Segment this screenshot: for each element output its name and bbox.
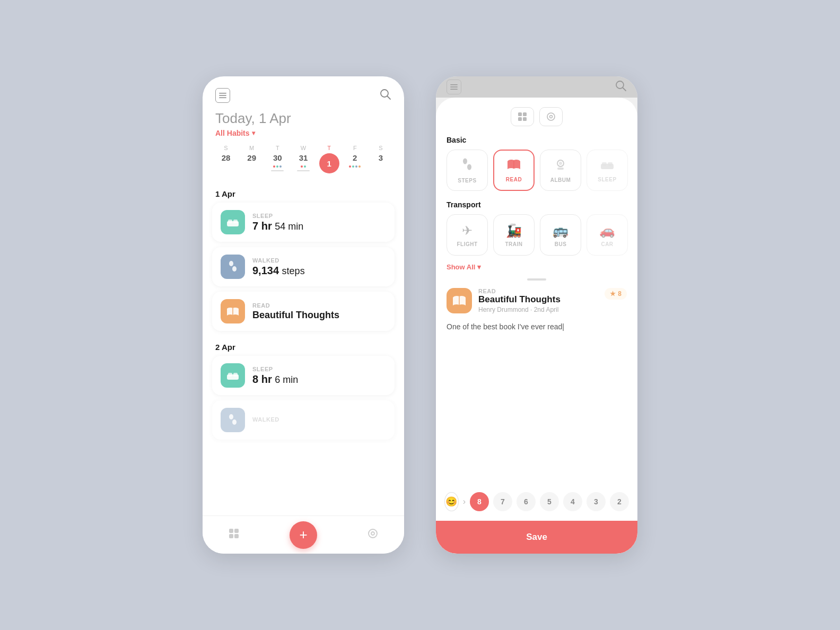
svg-rect-22 [450, 84, 458, 85]
rating-3[interactable]: 3 [587, 492, 606, 511]
habit-filter[interactable]: All Habits ▾ [203, 129, 404, 137]
read-card-1[interactable]: READ Beautiful Thoughts [212, 292, 395, 331]
grid-sleep[interactable]: SLEEP [587, 150, 628, 191]
svg-point-14 [229, 414, 233, 419]
show-all-button[interactable]: Show All ▾ [436, 263, 637, 278]
grid-nav-icon[interactable] [228, 527, 240, 543]
svg-rect-17 [234, 529, 239, 533]
rating-8[interactable]: 8 [470, 492, 489, 511]
svg-point-15 [232, 419, 237, 425]
svg-rect-40 [602, 162, 607, 166]
right-menu-icon[interactable] [447, 80, 461, 94]
svg-rect-30 [523, 117, 527, 121]
grid-train[interactable]: 🚂 TRAIN [493, 214, 535, 256]
sleep-icon [221, 210, 245, 234]
add-button[interactable]: + [290, 521, 317, 549]
cal-day-30[interactable]: T 30 [267, 145, 288, 179]
menu-icon[interactable] [215, 88, 230, 103]
svg-rect-23 [450, 86, 458, 88]
rating-4[interactable]: 4 [563, 492, 582, 511]
rating-5[interactable]: 5 [540, 492, 559, 511]
svg-rect-7 [233, 220, 238, 223]
steps-icon-2 [221, 408, 245, 432]
calendar-row: S 28 M 29 T 30 [203, 137, 404, 183]
flight-grid-icon: ✈ [462, 223, 472, 238]
rating-row: 😊 › 8 7 6 5 4 3 2 [436, 492, 637, 517]
rating-7[interactable]: 7 [493, 492, 512, 511]
show-all-chevron: ▾ [477, 263, 481, 271]
steps-grid-icon [461, 158, 473, 174]
chevron-down-icon: ▾ [252, 129, 255, 137]
transport-category-title: Transport [436, 198, 637, 214]
search-icon[interactable] [380, 89, 391, 103]
svg-rect-1 [219, 95, 226, 96]
right-top-icons [436, 98, 637, 134]
sleep-icon-2 [221, 363, 245, 388]
svg-rect-13 [233, 373, 238, 377]
cal-day-3[interactable]: S 3 [370, 145, 391, 179]
settings-nav-icon[interactable] [366, 527, 379, 543]
date-title-area: Today, 1 Apr [203, 103, 404, 129]
grid-toggle[interactable] [511, 107, 534, 126]
svg-rect-2 [219, 98, 226, 99]
svg-point-37 [559, 162, 562, 165]
svg-rect-24 [450, 89, 458, 90]
entry-card: READ Beautiful Thoughts Henry Drummond ·… [436, 288, 637, 321]
svg-point-9 [232, 266, 237, 272]
grid-album[interactable]: ALBUM [540, 150, 581, 191]
cal-day-28[interactable]: S 28 [215, 145, 237, 179]
svg-point-33 [463, 158, 467, 164]
save-button[interactable]: Save [436, 521, 637, 554]
grid-car[interactable]: 🚗 CAR [587, 214, 628, 256]
settings-toggle[interactable] [539, 107, 563, 126]
sleep-card-1[interactable]: SLEEP 7 hr 54 min [212, 203, 395, 242]
svg-rect-6 [228, 220, 232, 223]
walked-text-2: WALKED [252, 416, 279, 424]
rating-2[interactable]: 2 [610, 492, 629, 511]
svg-point-8 [229, 261, 233, 266]
sleep-card-2[interactable]: SLEEP 8 hr 6 min [212, 356, 395, 395]
svg-rect-0 [219, 93, 226, 94]
album-grid-icon [554, 158, 567, 174]
right-top-bar [436, 76, 637, 98]
svg-point-32 [550, 116, 553, 118]
svg-rect-29 [518, 117, 522, 121]
walked-card-2[interactable]: WALKED [212, 400, 395, 440]
grid-steps[interactable]: STEPS [447, 150, 488, 191]
svg-rect-12 [228, 373, 232, 377]
svg-rect-41 [608, 162, 612, 166]
svg-point-34 [467, 164, 471, 170]
car-grid-icon: 🚗 [599, 223, 615, 238]
sleep-text-2: SLEEP 8 hr 6 min [252, 366, 298, 386]
grid-read[interactable]: READ [493, 150, 535, 191]
svg-point-21 [371, 532, 374, 535]
cal-day-2[interactable]: F 2 [344, 145, 365, 179]
bus-grid-icon: 🚌 [553, 223, 568, 238]
walked-card-1[interactable]: WALKED 9,134 steps [212, 247, 395, 286]
cal-day-29[interactable]: M 29 [241, 145, 262, 179]
emoji-rating[interactable]: 😊 [444, 492, 459, 511]
read-grid-icon [507, 159, 521, 173]
cal-day-1[interactable]: T 1 [319, 145, 340, 179]
svg-rect-16 [229, 529, 233, 533]
entry-text[interactable]: One of the best book I've ever read| [436, 321, 637, 364]
svg-line-4 [388, 96, 391, 99]
svg-point-20 [369, 529, 377, 538]
svg-point-31 [547, 113, 555, 120]
svg-line-26 [623, 88, 626, 91]
cal-day-31[interactable]: W 31 [293, 145, 314, 179]
entry-info: READ Beautiful Thoughts Henry Drummond ·… [478, 288, 598, 313]
section-1-apr: 1 Apr [203, 183, 404, 203]
star-icon: ★ [610, 290, 616, 298]
right-inner-panel: Basic STEPS [436, 98, 637, 554]
basic-grid: STEPS READ [436, 150, 637, 198]
left-header [203, 76, 404, 103]
grid-flight[interactable]: ✈ FLIGHT [447, 214, 488, 256]
left-phone: Today, 1 Apr All Habits ▾ S 28 M 29 T [203, 76, 404, 554]
rating-6[interactable]: 6 [517, 492, 536, 511]
svg-rect-27 [518, 112, 522, 116]
svg-rect-38 [557, 168, 564, 170]
grid-bus[interactable]: 🚌 BUS [540, 214, 581, 256]
right-search-icon[interactable] [615, 80, 627, 94]
svg-rect-28 [523, 112, 527, 116]
